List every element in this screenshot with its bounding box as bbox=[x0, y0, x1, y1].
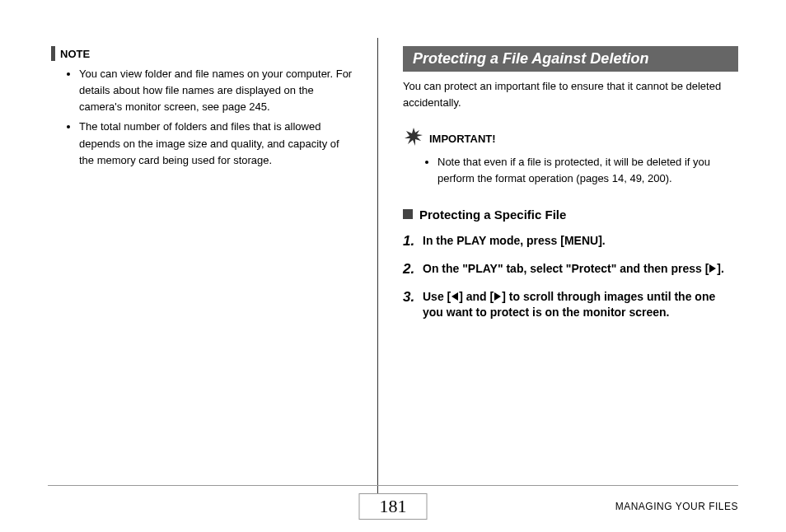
page-footer: 181 MANAGING YOUR FILES bbox=[48, 485, 738, 520]
starburst-icon bbox=[405, 128, 423, 149]
section-title: Protecting a File Against Deletion bbox=[403, 46, 738, 72]
step-3: 3. Use [] and [] to scroll through image… bbox=[403, 289, 738, 321]
square-bullet-icon bbox=[403, 209, 413, 219]
step-2-text: On the "PLAY" tab, select "Protect" and … bbox=[423, 261, 738, 278]
step-3-part-a: Use [ bbox=[423, 290, 451, 303]
note-bullet-2: The total number of folders and files th… bbox=[79, 119, 353, 168]
left-arrow-icon bbox=[451, 292, 458, 301]
note-label: NOTE bbox=[60, 48, 90, 60]
footer-section-name: MANAGING YOUR FILES bbox=[615, 501, 738, 512]
footer-row: 181 MANAGING YOUR FILES bbox=[48, 492, 738, 520]
right-arrow-icon bbox=[494, 292, 501, 301]
subsection-title: Protecting a Specific File bbox=[419, 208, 566, 222]
subsection-header: Protecting a Specific File bbox=[403, 208, 738, 222]
important-header: IMPORTANT! bbox=[405, 128, 738, 149]
columns: NOTE You can view folder and file names … bbox=[48, 46, 738, 491]
step-3-text: Use [] and [] to scroll through images u… bbox=[423, 289, 738, 321]
important-label: IMPORTANT! bbox=[429, 133, 496, 145]
left-column: NOTE You can view folder and file names … bbox=[48, 46, 377, 491]
step-3-number: 3. bbox=[403, 289, 423, 321]
note-bullets: You can view folder and file names on yo… bbox=[79, 66, 353, 169]
svg-marker-0 bbox=[405, 128, 423, 146]
right-arrow-icon bbox=[709, 264, 716, 273]
step-2: 2. On the "PLAY" tab, select "Protect" a… bbox=[403, 261, 738, 278]
step-3-part-b: ] and [ bbox=[459, 290, 494, 303]
step-1: 1. In the PLAY mode, press [MENU]. bbox=[403, 233, 738, 250]
note-header: NOTE bbox=[51, 46, 353, 61]
step-2-number: 2. bbox=[403, 261, 423, 278]
right-column: Protecting a File Against Deletion You c… bbox=[378, 46, 738, 491]
page-number: 181 bbox=[359, 493, 428, 520]
footer-rule bbox=[48, 485, 738, 486]
step-2-part-a: On the "PLAY" tab, select "Protect" and … bbox=[423, 262, 709, 275]
important-item-1: Note that even if a file is protected, i… bbox=[437, 154, 738, 187]
note-bullet-1: You can view folder and file names on yo… bbox=[79, 66, 353, 115]
note-bar-icon bbox=[51, 46, 55, 61]
important-list: Note that even if a file is protected, i… bbox=[437, 154, 738, 187]
step-1-number: 1. bbox=[403, 233, 423, 250]
step-2-part-b: ]. bbox=[717, 262, 724, 275]
section-intro: You can protect an important file to ens… bbox=[403, 78, 738, 111]
manual-page: NOTE You can view folder and file names … bbox=[0, 0, 786, 532]
step-1-text: In the PLAY mode, press [MENU]. bbox=[423, 233, 738, 250]
